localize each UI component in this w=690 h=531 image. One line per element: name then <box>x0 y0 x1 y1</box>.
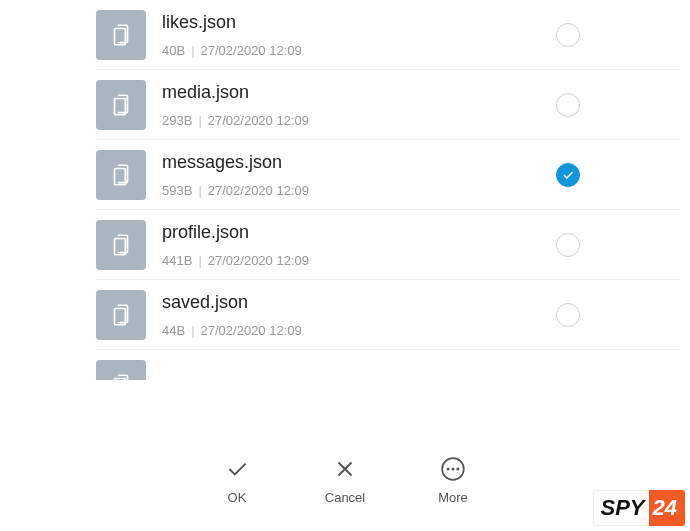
file-list: likes.json 40B|27/02/2020 12:09 media.js… <box>0 0 690 380</box>
watermark-right: 24 <box>649 490 685 526</box>
checkbox[interactable] <box>556 303 580 327</box>
document-icon <box>96 220 146 270</box>
file-name: profile.json <box>162 222 556 244</box>
document-icon <box>96 360 146 380</box>
watermark-left: SPY <box>593 490 648 526</box>
file-row[interactable]: likes.json 40B|27/02/2020 12:09 <box>0 0 690 70</box>
cancel-button[interactable]: Cancel <box>312 456 378 505</box>
file-meta: 44B|27/02/2020 12:09 <box>162 323 556 338</box>
file-info: media.json 293B|27/02/2020 12:09 <box>146 82 556 129</box>
document-icon <box>96 80 146 130</box>
checkbox[interactable] <box>556 23 580 47</box>
ok-button[interactable]: OK <box>204 456 270 505</box>
close-icon <box>332 456 358 482</box>
file-info: messages.json 593B|27/02/2020 12:09 <box>146 152 556 199</box>
file-info: saved.json 44B|27/02/2020 12:09 <box>146 292 556 339</box>
file-meta: 293B|27/02/2020 12:09 <box>162 113 556 128</box>
svg-point-2 <box>451 467 454 470</box>
file-row-partial[interactable] <box>0 350 690 380</box>
document-icon <box>96 10 146 60</box>
file-info: profile.json 441B|27/02/2020 12:09 <box>146 222 556 269</box>
file-row[interactable]: saved.json 44B|27/02/2020 12:09 <box>0 280 690 350</box>
file-info: likes.json 40B|27/02/2020 12:09 <box>146 12 556 59</box>
file-meta: 593B|27/02/2020 12:09 <box>162 183 556 198</box>
svg-point-1 <box>447 467 450 470</box>
more-label: More <box>438 490 468 505</box>
watermark: SPY 24 <box>593 490 685 526</box>
file-name: saved.json <box>162 292 556 314</box>
file-name: media.json <box>162 82 556 104</box>
file-row[interactable]: messages.json 593B|27/02/2020 12:09 <box>0 140 690 210</box>
check-icon <box>224 456 250 482</box>
file-name: messages.json <box>162 152 556 174</box>
svg-point-3 <box>456 467 459 470</box>
checkbox[interactable] <box>556 233 580 257</box>
file-name: likes.json <box>162 12 556 34</box>
cancel-label: Cancel <box>325 490 365 505</box>
checkbox-checked[interactable] <box>556 163 580 187</box>
document-icon <box>96 150 146 200</box>
document-icon <box>96 290 146 340</box>
checkbox[interactable] <box>556 93 580 117</box>
check-icon <box>561 168 575 182</box>
file-row[interactable]: media.json 293B|27/02/2020 12:09 <box>0 70 690 140</box>
bottom-toolbar: OK Cancel More <box>0 441 690 519</box>
ok-label: OK <box>228 490 247 505</box>
file-meta: 441B|27/02/2020 12:09 <box>162 253 556 268</box>
more-button[interactable]: More <box>420 456 486 505</box>
file-meta: 40B|27/02/2020 12:09 <box>162 43 556 58</box>
more-icon <box>440 456 466 482</box>
file-row[interactable]: profile.json 441B|27/02/2020 12:09 <box>0 210 690 280</box>
